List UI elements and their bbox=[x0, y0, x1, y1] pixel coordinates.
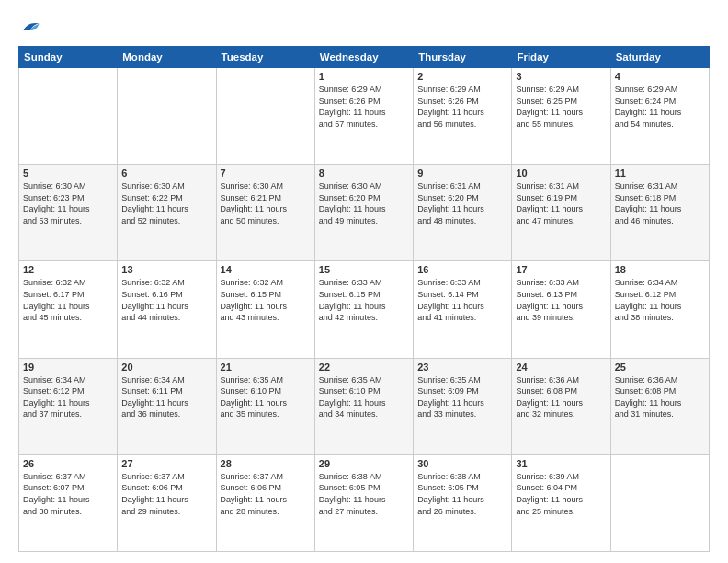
calendar-cell bbox=[19, 68, 118, 165]
calendar-cell: 14Sunrise: 6:32 AM Sunset: 6:15 PM Dayli… bbox=[216, 261, 314, 358]
day-number: 16 bbox=[417, 264, 507, 275]
calendar-week-4: 19Sunrise: 6:34 AM Sunset: 6:12 PM Dayli… bbox=[19, 358, 710, 454]
weekday-wednesday: Wednesday bbox=[314, 47, 413, 68]
calendar-cell: 10Sunrise: 6:31 AM Sunset: 6:19 PM Dayli… bbox=[512, 165, 610, 261]
calendar-cell: 31Sunrise: 6:39 AM Sunset: 6:04 PM Dayli… bbox=[512, 454, 610, 551]
calendar-cell: 13Sunrise: 6:32 AM Sunset: 6:16 PM Dayli… bbox=[118, 261, 216, 358]
day-number: 24 bbox=[516, 362, 606, 373]
day-info: Sunrise: 6:31 AM Sunset: 6:18 PM Dayligh… bbox=[615, 180, 705, 226]
weekday-monday: Monday bbox=[118, 47, 216, 68]
calendar-cell: 21Sunrise: 6:35 AM Sunset: 6:10 PM Dayli… bbox=[216, 358, 314, 454]
day-number: 11 bbox=[615, 167, 705, 178]
day-number: 12 bbox=[23, 264, 113, 275]
day-number: 25 bbox=[615, 362, 705, 373]
calendar-cell bbox=[216, 68, 314, 165]
calendar-cell: 11Sunrise: 6:31 AM Sunset: 6:18 PM Dayli… bbox=[610, 165, 709, 261]
calendar-cell: 12Sunrise: 6:32 AM Sunset: 6:17 PM Dayli… bbox=[19, 261, 118, 358]
day-number: 22 bbox=[319, 362, 409, 373]
weekday-friday: Friday bbox=[512, 47, 610, 68]
calendar-week-3: 12Sunrise: 6:32 AM Sunset: 6:17 PM Dayli… bbox=[19, 261, 710, 358]
day-number: 17 bbox=[516, 264, 606, 275]
calendar-week-1: 1Sunrise: 6:29 AM Sunset: 6:26 PM Daylig… bbox=[19, 68, 710, 165]
calendar-cell: 5Sunrise: 6:30 AM Sunset: 6:23 PM Daylig… bbox=[19, 165, 118, 261]
calendar-cell: 18Sunrise: 6:34 AM Sunset: 6:12 PM Dayli… bbox=[610, 261, 709, 358]
calendar-cell: 6Sunrise: 6:30 AM Sunset: 6:22 PM Daylig… bbox=[118, 165, 216, 261]
day-number: 3 bbox=[516, 71, 606, 82]
calendar-cell: 2Sunrise: 6:29 AM Sunset: 6:26 PM Daylig… bbox=[414, 68, 512, 165]
page: SundayMondayTuesdayWednesdayThursdayFrid… bbox=[0, 0, 728, 563]
day-info: Sunrise: 6:32 AM Sunset: 6:16 PM Dayligh… bbox=[121, 277, 211, 323]
day-info: Sunrise: 6:34 AM Sunset: 6:12 PM Dayligh… bbox=[615, 277, 705, 323]
day-info: Sunrise: 6:37 AM Sunset: 6:06 PM Dayligh… bbox=[121, 471, 211, 517]
day-number: 9 bbox=[417, 167, 507, 178]
calendar-cell: 30Sunrise: 6:38 AM Sunset: 6:05 PM Dayli… bbox=[414, 454, 512, 551]
day-number: 8 bbox=[319, 167, 409, 178]
calendar-body: 1Sunrise: 6:29 AM Sunset: 6:26 PM Daylig… bbox=[19, 68, 710, 552]
calendar-cell: 20Sunrise: 6:34 AM Sunset: 6:11 PM Dayli… bbox=[118, 358, 216, 454]
calendar-cell: 7Sunrise: 6:30 AM Sunset: 6:21 PM Daylig… bbox=[216, 165, 314, 261]
day-number: 1 bbox=[319, 71, 409, 82]
day-number: 15 bbox=[319, 264, 409, 275]
weekday-row: SundayMondayTuesdayWednesdayThursdayFrid… bbox=[19, 47, 710, 68]
calendar-cell: 23Sunrise: 6:35 AM Sunset: 6:09 PM Dayli… bbox=[414, 358, 512, 454]
day-info: Sunrise: 6:37 AM Sunset: 6:06 PM Dayligh… bbox=[221, 471, 311, 517]
calendar-cell: 4Sunrise: 6:29 AM Sunset: 6:24 PM Daylig… bbox=[610, 68, 709, 165]
day-info: Sunrise: 6:29 AM Sunset: 6:26 PM Dayligh… bbox=[319, 84, 409, 130]
calendar-cell: 3Sunrise: 6:29 AM Sunset: 6:25 PM Daylig… bbox=[512, 68, 610, 165]
calendar-cell: 27Sunrise: 6:37 AM Sunset: 6:06 PM Dayli… bbox=[118, 454, 216, 551]
day-number: 29 bbox=[319, 458, 409, 469]
calendar-cell: 29Sunrise: 6:38 AM Sunset: 6:05 PM Dayli… bbox=[314, 454, 413, 551]
weekday-sunday: Sunday bbox=[19, 47, 118, 68]
calendar-cell: 9Sunrise: 6:31 AM Sunset: 6:20 PM Daylig… bbox=[414, 165, 512, 261]
day-number: 20 bbox=[121, 362, 211, 373]
weekday-tuesday: Tuesday bbox=[216, 47, 314, 68]
day-number: 18 bbox=[615, 264, 705, 275]
day-info: Sunrise: 6:38 AM Sunset: 6:05 PM Dayligh… bbox=[319, 471, 409, 517]
day-number: 27 bbox=[121, 458, 211, 469]
calendar-cell bbox=[610, 454, 709, 551]
day-number: 26 bbox=[23, 458, 113, 469]
calendar-cell: 28Sunrise: 6:37 AM Sunset: 6:06 PM Dayli… bbox=[216, 454, 314, 551]
day-info: Sunrise: 6:35 AM Sunset: 6:10 PM Dayligh… bbox=[319, 374, 409, 420]
day-number: 23 bbox=[417, 362, 507, 373]
calendar-cell: 17Sunrise: 6:33 AM Sunset: 6:13 PM Dayli… bbox=[512, 261, 610, 358]
calendar-cell: 24Sunrise: 6:36 AM Sunset: 6:08 PM Dayli… bbox=[512, 358, 610, 454]
day-info: Sunrise: 6:36 AM Sunset: 6:08 PM Dayligh… bbox=[615, 374, 705, 420]
calendar-cell: 25Sunrise: 6:36 AM Sunset: 6:08 PM Dayli… bbox=[610, 358, 709, 454]
day-info: Sunrise: 6:33 AM Sunset: 6:14 PM Dayligh… bbox=[417, 277, 507, 323]
day-info: Sunrise: 6:38 AM Sunset: 6:05 PM Dayligh… bbox=[417, 471, 507, 517]
day-number: 6 bbox=[121, 167, 211, 178]
logo bbox=[18, 17, 40, 37]
logo-bird-icon bbox=[20, 17, 40, 37]
weekday-thursday: Thursday bbox=[414, 47, 512, 68]
day-number: 4 bbox=[615, 71, 705, 82]
day-number: 31 bbox=[516, 458, 606, 469]
day-info: Sunrise: 6:29 AM Sunset: 6:25 PM Dayligh… bbox=[516, 84, 606, 130]
day-info: Sunrise: 6:32 AM Sunset: 6:17 PM Dayligh… bbox=[23, 277, 113, 323]
day-info: Sunrise: 6:29 AM Sunset: 6:26 PM Dayligh… bbox=[417, 84, 507, 130]
day-info: Sunrise: 6:33 AM Sunset: 6:13 PM Dayligh… bbox=[516, 277, 606, 323]
calendar-cell: 19Sunrise: 6:34 AM Sunset: 6:12 PM Dayli… bbox=[19, 358, 118, 454]
day-info: Sunrise: 6:31 AM Sunset: 6:19 PM Dayligh… bbox=[516, 180, 606, 226]
calendar-header: SundayMondayTuesdayWednesdayThursdayFrid… bbox=[19, 47, 710, 68]
day-info: Sunrise: 6:34 AM Sunset: 6:11 PM Dayligh… bbox=[121, 374, 211, 420]
calendar-week-2: 5Sunrise: 6:30 AM Sunset: 6:23 PM Daylig… bbox=[19, 165, 710, 261]
calendar-cell: 15Sunrise: 6:33 AM Sunset: 6:15 PM Dayli… bbox=[314, 261, 413, 358]
calendar-cell: 22Sunrise: 6:35 AM Sunset: 6:10 PM Dayli… bbox=[314, 358, 413, 454]
day-info: Sunrise: 6:30 AM Sunset: 6:21 PM Dayligh… bbox=[221, 180, 311, 226]
day-number: 21 bbox=[221, 362, 311, 373]
calendar-cell: 16Sunrise: 6:33 AM Sunset: 6:14 PM Dayli… bbox=[414, 261, 512, 358]
day-number: 10 bbox=[516, 167, 606, 178]
day-number: 30 bbox=[417, 458, 507, 469]
day-number: 13 bbox=[121, 264, 211, 275]
calendar-cell: 1Sunrise: 6:29 AM Sunset: 6:26 PM Daylig… bbox=[314, 68, 413, 165]
day-info: Sunrise: 6:30 AM Sunset: 6:22 PM Dayligh… bbox=[121, 180, 211, 226]
day-info: Sunrise: 6:33 AM Sunset: 6:15 PM Dayligh… bbox=[319, 277, 409, 323]
day-info: Sunrise: 6:34 AM Sunset: 6:12 PM Dayligh… bbox=[23, 374, 113, 420]
calendar-cell: 26Sunrise: 6:37 AM Sunset: 6:07 PM Dayli… bbox=[19, 454, 118, 551]
day-number: 7 bbox=[221, 167, 311, 178]
calendar: SundayMondayTuesdayWednesdayThursdayFrid… bbox=[18, 46, 710, 552]
day-info: Sunrise: 6:31 AM Sunset: 6:20 PM Dayligh… bbox=[417, 180, 507, 226]
day-info: Sunrise: 6:30 AM Sunset: 6:23 PM Dayligh… bbox=[23, 180, 113, 226]
day-info: Sunrise: 6:30 AM Sunset: 6:20 PM Dayligh… bbox=[319, 180, 409, 226]
